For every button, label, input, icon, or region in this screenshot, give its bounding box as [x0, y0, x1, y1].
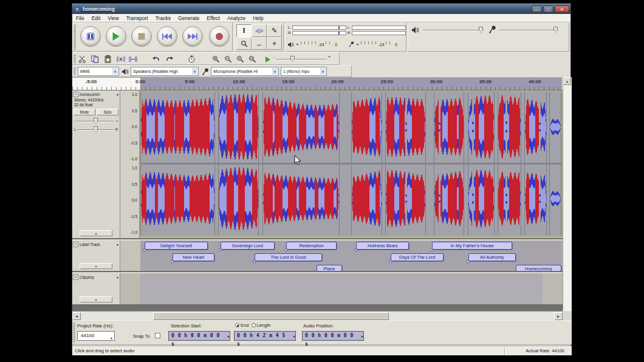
track-close-button[interactable]: × — [73, 275, 78, 280]
label-track-content[interactable]: Delight YourselfNew HeartSovereign LordT… — [120, 241, 563, 271]
track-name[interactable]: homecomin — [80, 92, 116, 97]
track-collapse-button[interactable]: ▲ — [80, 263, 112, 269]
menu-tracks[interactable]: Tracks — [152, 15, 174, 22]
track-menu-icon[interactable]: ▼ — [116, 276, 119, 279]
title-bar[interactable]: homecoming — □ ✕ — [72, 4, 570, 14]
zoom-in-button[interactable] — [210, 54, 221, 64]
skip-to-end-button[interactable] — [182, 26, 203, 47]
song-label[interactable]: New Heart — [173, 253, 214, 261]
recording-meter[interactable]: L R — [348, 25, 406, 37]
scroll-right-button[interactable]: ► — [554, 312, 563, 320]
track-close-button[interactable]: × — [73, 92, 78, 97]
menu-effect[interactable]: Effect — [203, 15, 224, 22]
scroll-up-button[interactable]: ▲ — [563, 77, 571, 85]
menu-edit[interactable]: Edit — [88, 15, 104, 22]
track-menu-icon[interactable]: ▼ — [116, 93, 119, 97]
skip-to-start-button[interactable] — [157, 26, 177, 47]
copy-button[interactable] — [89, 54, 100, 64]
label-track-name[interactable]: Label Track — [80, 242, 116, 247]
gain-slider[interactable]: - + — [72, 117, 120, 125]
toolbar-grip[interactable] — [74, 24, 76, 50]
menu-analyze[interactable]: Analyze — [224, 15, 249, 22]
meter-dropdown-icon[interactable]: ▼ — [296, 43, 299, 46]
timeline-ruler[interactable]: -5:000:005:0010:0015:0020:0025:0030:0035… — [72, 77, 563, 90]
song-label[interactable]: All Authority — [468, 253, 516, 261]
song-label[interactable]: Plans — [317, 265, 342, 271]
toolbar-grip[interactable] — [73, 322, 75, 343]
menu-file[interactable]: File — [72, 15, 88, 22]
recording-device-combo[interactable]: Microphone (Realtek Hi▼ — [211, 67, 279, 76]
track-menu-icon[interactable]: ▼ — [116, 243, 119, 247]
vertical-scrollbar[interactable]: ▲ ▼ — [563, 77, 572, 320]
audio-host-combo[interactable]: MME▼ — [78, 67, 119, 76]
track-close-button[interactable]: × — [73, 242, 78, 247]
trim-audio-button[interactable] — [115, 54, 126, 64]
mute-button[interactable]: Mute — [74, 109, 95, 115]
song-label[interactable]: Homecoming — [516, 265, 561, 271]
stereo-waveform[interactable] — [140, 91, 562, 236]
song-label[interactable]: Sovereign Lord — [221, 242, 275, 250]
menu-view[interactable]: View — [104, 15, 122, 22]
play-at-speed-button[interactable] — [262, 54, 273, 64]
minimize-button[interactable]: — — [532, 5, 542, 13]
recording-channels-combo[interactable]: 1 (Mono) Inpu▼ — [281, 67, 327, 76]
label-handle[interactable] — [171, 260, 174, 263]
cut-button[interactable] — [77, 54, 87, 64]
horizontal-scrollbar[interactable]: ◄ ► — [72, 311, 563, 320]
solo-button[interactable]: Solo — [97, 109, 118, 115]
paste-button[interactable] — [102, 54, 113, 64]
song-label[interactable]: Holiness Blues — [356, 242, 409, 250]
selection-start-field[interactable]: 0 0 h 0 0 m 0 0 s▼ — [168, 331, 230, 341]
zoom-out-button[interactable] — [222, 54, 233, 64]
time-shift-tool[interactable]: ↔ — [252, 37, 267, 50]
input-volume-slider[interactable] — [499, 26, 558, 34]
end-radio[interactable]: End — [235, 323, 248, 328]
play-button[interactable] — [106, 26, 126, 47]
close-button[interactable]: ✕ — [555, 5, 569, 13]
song-label[interactable]: The Lord Is Good — [255, 253, 322, 261]
horizontal-scroll-thumb[interactable] — [153, 312, 389, 320]
fit-selection-button[interactable] — [235, 54, 245, 64]
length-radio[interactable]: Length — [252, 323, 271, 328]
track-collapse-button[interactable]: ▲ — [80, 230, 112, 236]
stop-button[interactable] — [131, 26, 152, 47]
scroll-left-button[interactable]: ◄ — [72, 312, 81, 320]
project-rate-combo[interactable]: 44100▼ — [77, 331, 115, 341]
silence-audio-button[interactable] — [128, 54, 139, 64]
record-button[interactable] — [209, 26, 230, 47]
track-collapse-button[interactable]: ▲ — [80, 296, 112, 302]
menu-help[interactable]: Help — [249, 15, 267, 22]
zoom-tool[interactable] — [236, 37, 252, 50]
sync-lock-button[interactable] — [186, 54, 197, 64]
song-label[interactable]: Redemption — [286, 242, 337, 250]
menu-transport[interactable]: Transport — [123, 15, 152, 22]
pause-button[interactable] — [80, 26, 101, 47]
label-handle[interactable] — [143, 248, 146, 251]
playback-speed-slider[interactable] — [276, 55, 327, 63]
label-handle[interactable] — [219, 248, 222, 251]
selection-end-field[interactable]: 0 0 h 4 2 m 4 5 s▼ — [234, 331, 296, 341]
draw-tool[interactable]: ✎ — [267, 24, 282, 37]
label-handle[interactable] — [467, 260, 470, 263]
envelope-tool[interactable] — [252, 24, 267, 37]
playback-meter[interactable]: L R — [288, 25, 346, 37]
meter-dropdown-icon[interactable]: ▼ — [356, 43, 359, 46]
song-label[interactable]: Delight Yourself — [145, 242, 208, 250]
redo-button[interactable] — [164, 54, 175, 64]
toolbar-grip[interactable] — [74, 54, 76, 63]
menu-generate[interactable]: Generate — [174, 15, 203, 22]
playback-device-combo[interactable]: Speakers (Realtek High▼ — [131, 67, 199, 76]
maximize-button[interactable]: □ — [543, 5, 553, 13]
selection-tool[interactable]: I — [236, 24, 252, 37]
snap-to-checkbox[interactable] — [155, 333, 160, 338]
output-volume-slider[interactable] — [423, 26, 484, 34]
clipping-track-content[interactable] — [120, 273, 563, 304]
toolbar-grip[interactable] — [74, 67, 76, 75]
song-label[interactable]: Days Of The Lord — [391, 253, 444, 261]
fit-project-button[interactable] — [247, 54, 258, 64]
undo-button[interactable] — [151, 54, 162, 64]
multi-tool[interactable]: ✳ — [267, 37, 282, 50]
audio-position-field[interactable]: 0 0 h 0 0 m 0 0 s▼ — [302, 331, 364, 341]
clipping-track-name[interactable]: Clipping — [80, 275, 116, 279]
waveform-area[interactable] — [140, 90, 563, 237]
